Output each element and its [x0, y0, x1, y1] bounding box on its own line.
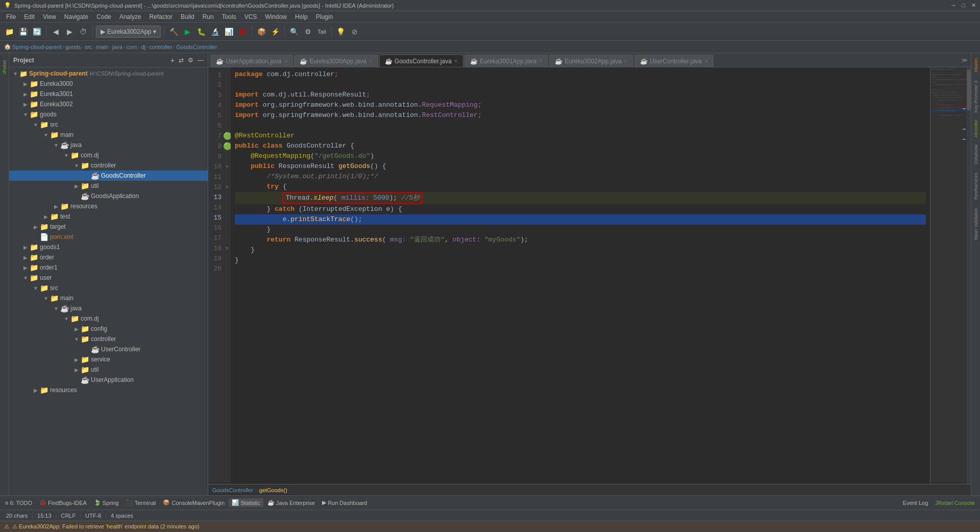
- breadcrumb-main[interactable]: main: [96, 44, 108, 50]
- run-config-dropdown[interactable]: ▶ Eureka3002App ▾: [96, 26, 161, 38]
- tree-item-goods[interactable]: ▼ 📁 goods: [9, 109, 208, 119]
- menu-window[interactable]: Window: [261, 12, 291, 21]
- tree-item-comdj1[interactable]: ▼ 📁 com.dj: [9, 150, 208, 160]
- tree-item-eureka3001[interactable]: ▶ 📁 Eureka3001: [9, 89, 208, 99]
- menu-analyze[interactable]: Analyze: [115, 12, 145, 21]
- btn-findbugs[interactable]: 🐞 FindBugs-IDEA: [36, 498, 90, 507]
- close-btn[interactable]: ✕: [971, 2, 976, 9]
- menu-edit[interactable]: Edit: [20, 12, 39, 21]
- btn-event-log[interactable]: Event Log: [900, 499, 932, 507]
- sync-icon[interactable]: ⇄: [179, 57, 184, 64]
- tree-item-test1[interactable]: ▶ 📁 test: [9, 211, 208, 222]
- tab-close-eureka3000[interactable]: ✕: [369, 58, 373, 64]
- tree-item-order1[interactable]: ▶ 📁 order1: [9, 262, 208, 273]
- status-chars[interactable]: 20 chars: [4, 513, 30, 519]
- fold-18[interactable]: ▼: [224, 243, 231, 253]
- fold-8[interactable]: 🟢: [224, 141, 231, 151]
- add-icon[interactable]: +: [170, 56, 175, 64]
- btn-terminal[interactable]: ⬛ Terminal: [123, 498, 159, 507]
- menu-refactor[interactable]: Refactor: [145, 12, 177, 21]
- toolbar-profile-btn[interactable]: 📊: [223, 26, 235, 38]
- menu-build[interactable]: Build: [177, 12, 199, 21]
- tab-userapplication[interactable]: ☕ UserApplication.java ✕: [210, 55, 293, 67]
- tree-item-user[interactable]: ▼ 📁 user: [9, 273, 208, 283]
- menu-code[interactable]: Code: [92, 12, 115, 21]
- tab-close-userapplication[interactable]: ✕: [283, 58, 287, 64]
- tree-item-java2[interactable]: ▼ ☕ java: [9, 303, 208, 313]
- fold-10[interactable]: ▼: [224, 161, 231, 172]
- toolbar-build-btn[interactable]: 🔨: [167, 26, 180, 38]
- toolbar-settings-btn[interactable]: ⚙: [302, 26, 314, 38]
- btn-jrebel-console[interactable]: JRebel Console: [932, 499, 978, 507]
- status-position[interactable]: 15:13: [35, 513, 54, 519]
- btn-java-enterprise[interactable]: ☕ Java Enterprise: [264, 498, 318, 507]
- tree-item-src1[interactable]: ▼ 📁 src: [9, 119, 208, 130]
- jrebel-sidebar-label[interactable]: JRebel: [1, 58, 8, 77]
- toolbar-run-btn[interactable]: ▶: [181, 26, 193, 38]
- btn-todo[interactable]: ≡ 6: TODO: [2, 499, 35, 507]
- bean-validation-tool[interactable]: Bean Validation: [972, 205, 979, 243]
- breadcrumb-goods[interactable]: goods: [65, 44, 81, 50]
- toolbar-save-btn[interactable]: 💾: [17, 26, 29, 38]
- tree-item-service[interactable]: ▶ 📁 service: [9, 354, 208, 365]
- minimize-btn[interactable]: ─: [952, 2, 956, 9]
- toolbar-coverage-btn[interactable]: 🔬: [209, 26, 221, 38]
- btn-run-dashboard[interactable]: ▶ Run Dashboard: [319, 498, 370, 507]
- toolbar-recent-btn[interactable]: ⏱: [77, 26, 89, 38]
- breadcrumb-src[interactable]: src: [85, 44, 92, 50]
- akcoder-tool[interactable]: AKcoder: [972, 118, 979, 140]
- btn-spring[interactable]: 🍃 Spring: [91, 498, 122, 507]
- tree-item-pom[interactable]: 📄 pom.xml: [9, 232, 208, 242]
- menu-navigate[interactable]: Navigate: [60, 12, 92, 21]
- tab-eureka3000[interactable]: ☕ Eureka3000App.java ✕: [294, 55, 378, 67]
- tab-usercontroller[interactable]: ☕ UserController.java ✕: [634, 55, 714, 67]
- toolbar-stop2-btn[interactable]: ⊘: [349, 26, 361, 38]
- toolbar-forward-btn[interactable]: ▶: [63, 26, 76, 38]
- tab-eureka3001[interactable]: ☕ Eureka3001App.java ✕: [464, 55, 548, 67]
- toolbar-gradle-btn[interactable]: 📦: [255, 26, 267, 38]
- tree-item-eureka3000[interactable]: ▶ 📁 Eureka3000: [9, 79, 208, 89]
- tab-close-eureka3002[interactable]: ✕: [624, 58, 628, 64]
- tab-eureka3002[interactable]: ☕ Eureka3002App.java ✕: [549, 55, 633, 67]
- breadcrumb-root[interactable]: Spring-cloud-parent: [12, 44, 62, 50]
- tree-item-order[interactable]: ▶ 📁 order: [9, 252, 208, 262]
- btn-statistic[interactable]: 📊 Statistic: [229, 498, 263, 507]
- tree-item-userapp[interactable]: ☕ UserApplication: [9, 375, 208, 385]
- btn-consolemaven[interactable]: 📦 ConsoleMavenPlugin: [160, 498, 228, 507]
- menu-vcs[interactable]: VCS: [240, 12, 261, 21]
- fold-7[interactable]: 🟢: [224, 131, 231, 141]
- tree-item-src2[interactable]: ▼ 📁 src: [9, 283, 208, 293]
- gear-icon[interactable]: ⚙: [188, 57, 193, 64]
- tree-item-comdj2[interactable]: ▼ 📁 com.dj: [9, 313, 208, 324]
- breadcrumb-com[interactable]: com: [127, 44, 137, 50]
- toolbar-generate-btn[interactable]: ⚡: [269, 26, 281, 38]
- menu-tools[interactable]: Tools: [218, 12, 240, 21]
- tree-item-resources2[interactable]: ▶ 📁 resources: [9, 385, 208, 395]
- database-tool[interactable]: Database: [972, 141, 979, 167]
- menu-run[interactable]: Run: [199, 12, 218, 21]
- tree-item-controller2[interactable]: ▼ 📁 controller: [9, 334, 208, 344]
- tab-goodscontroller[interactable]: ☕ GoodsController.java ✕: [379, 55, 463, 67]
- tree-item-goods1[interactable]: ▶ 📁 goods1: [9, 242, 208, 252]
- breadcrumb-dj[interactable]: dj: [141, 44, 145, 50]
- code-area[interactable]: package com.dj.controller; import com.dj…: [231, 67, 930, 484]
- toolbar-back-btn[interactable]: ◀: [50, 26, 62, 38]
- tree-item-goodscontroller[interactable]: ☕ GoodsController: [9, 171, 208, 181]
- breadcrumb-class[interactable]: GoodsController: [176, 44, 217, 50]
- tree-item-eureka3002[interactable]: ▶ 📁 Eureka3002: [9, 99, 208, 109]
- maven-tool[interactable]: Maven: [972, 55, 979, 75]
- tree-item-spring-cloud-parent[interactable]: ▼ 📁 Spring-cloud-parent H:\CSDN\Spring-c…: [9, 68, 208, 79]
- toolbar-project-btn[interactable]: 📁: [3, 26, 15, 38]
- status-line-ending[interactable]: CRLF: [59, 513, 78, 519]
- menu-help[interactable]: Help: [291, 12, 312, 21]
- menu-plugin[interactable]: Plugin: [312, 12, 337, 21]
- toolbar-debug-btn[interactable]: 🐛: [195, 26, 207, 38]
- hide-icon[interactable]: —: [198, 57, 204, 64]
- tree-item-config[interactable]: ▶ 📁 config: [9, 324, 208, 334]
- tree-item-usercontroller[interactable]: ☕ UserController: [9, 344, 208, 354]
- tree-item-util1[interactable]: ▶ 📁 util: [9, 181, 208, 191]
- menu-view[interactable]: View: [39, 12, 60, 21]
- tree-item-java1[interactable]: ▼ ☕ java: [9, 140, 208, 150]
- maximize-btn[interactable]: □: [962, 2, 965, 9]
- toolbar-search-btn[interactable]: 🔍: [288, 26, 300, 38]
